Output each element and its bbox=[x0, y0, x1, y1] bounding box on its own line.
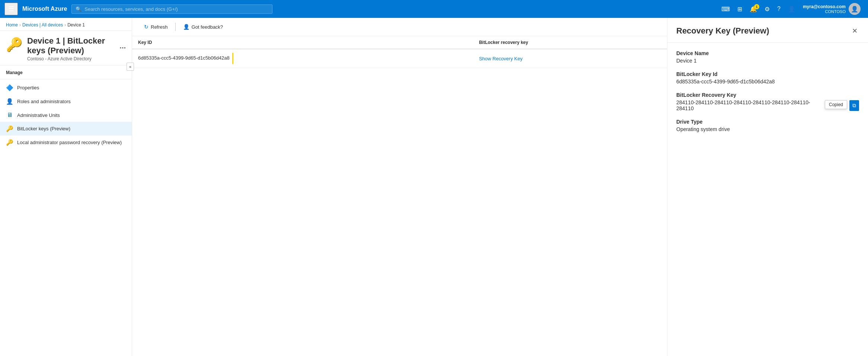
refresh-label: Refresh bbox=[151, 24, 168, 30]
properties-icon: 🔷 bbox=[6, 84, 13, 91]
refresh-icon: ↻ bbox=[144, 24, 149, 30]
bitlocker-key-id-value: 6d85335a-ccc5-4399-9d65-d1c5b06d42a8 bbox=[676, 79, 859, 85]
show-recovery-key-link[interactable]: Show Recovery Key bbox=[479, 56, 523, 61]
hamburger-menu[interactable]: ☰ bbox=[4, 3, 18, 15]
page-header: 🔑 Device 1 | BitLocker keys (Preview) ..… bbox=[0, 31, 132, 66]
keys-table: Key ID BitLocker recovery key 6d85335a-c… bbox=[132, 36, 667, 68]
brand-name: Microsoft Azure bbox=[22, 6, 67, 12]
feedback-btn[interactable]: 👤 bbox=[785, 3, 798, 15]
yellow-indicator bbox=[232, 53, 233, 64]
roles-icon: 👤 bbox=[6, 98, 13, 105]
toolbar-divider bbox=[175, 23, 176, 31]
user-org: CONTOSO bbox=[803, 9, 846, 14]
sidebar-collapse-btn[interactable]: « bbox=[127, 63, 132, 71]
key-id-value: 6d85335a-ccc5-4399-9d65-d1c5b06d42a8 bbox=[138, 55, 230, 61]
bitlocker-icon: 🔑 bbox=[6, 125, 13, 132]
user-menu[interactable]: myra@contoso.com CONTOSO 👤 bbox=[800, 3, 864, 15]
close-panel-button[interactable]: ✕ bbox=[851, 25, 859, 36]
avatar: 👤 bbox=[849, 3, 861, 15]
recovery-key-row: 284110-284110-284110-284110-284110-28411… bbox=[676, 99, 859, 111]
content-area: ↻ Refresh 👤 Got feedback? Key ID BitLock… bbox=[132, 18, 667, 356]
local-admin-icon: 🔑 bbox=[6, 139, 13, 146]
breadcrumb: Home › Devices | All devices › Device 1 bbox=[0, 18, 132, 31]
notification-badge: 1 bbox=[754, 4, 759, 9]
help-btn[interactable]: ? bbox=[774, 3, 784, 15]
sidebar-divider-top bbox=[0, 79, 132, 79]
bitlocker-key-id-label: BitLocker Key Id bbox=[676, 71, 859, 77]
top-navigation: ☰ Microsoft Azure 🔍 ⌨ ⊞ 🔔 1 ⚙ ? 👤 myra@c… bbox=[0, 0, 868, 18]
search-icon: 🔍 bbox=[76, 6, 82, 12]
column-key-id: Key ID bbox=[132, 36, 473, 49]
help-icon: ? bbox=[777, 6, 781, 12]
feedback-icon: 👤 bbox=[788, 6, 795, 13]
right-panel-content: Device Name Device 1 BitLocker Key Id 6d… bbox=[667, 43, 868, 147]
page-subtitle: Contoso - Azure Active Directory bbox=[27, 56, 126, 61]
sidebar-item-admin-units-label: Administrative Units bbox=[17, 112, 60, 118]
page-title-text: Device 1 | BitLocker keys (Preview) bbox=[27, 36, 117, 55]
main-layout: Home › Devices | All devices › Device 1 … bbox=[0, 18, 868, 356]
page-title-ellipsis[interactable]: ... bbox=[119, 42, 126, 50]
breadcrumb-home[interactable]: Home bbox=[6, 22, 18, 28]
sidebar-item-properties[interactable]: 🔷 Properties bbox=[0, 81, 132, 95]
sidebar-item-admin-units[interactable]: 🖥 Administrative Units bbox=[0, 108, 132, 122]
notifications-btn[interactable]: 🔔 1 bbox=[747, 3, 760, 15]
table-area: Key ID BitLocker recovery key 6d85335a-c… bbox=[132, 36, 667, 356]
bitlocker-recovery-key-value: 284110-284110-284110-284110-284110-28411… bbox=[676, 99, 822, 111]
terminal-icon-btn[interactable]: ⌨ bbox=[718, 3, 733, 15]
breadcrumb-current: Device 1 bbox=[67, 22, 85, 28]
feedback-button[interactable]: 👤 Got feedback? bbox=[179, 22, 228, 32]
feedback-btn-icon: 👤 bbox=[183, 24, 189, 30]
device-name-label: Device Name bbox=[676, 50, 859, 56]
drive-type-value: Operating system drive bbox=[676, 126, 859, 132]
directory-icon: ⊞ bbox=[737, 6, 742, 13]
sidebar-item-bitlocker[interactable]: 🔑 BitLocker keys (Preview) bbox=[0, 122, 132, 136]
left-panel: Home › Devices | All devices › Device 1 … bbox=[0, 18, 132, 356]
sidebar-item-roles-label: Roles and administrators bbox=[17, 99, 71, 104]
bitlocker-key-id-section: BitLocker Key Id 6d85335a-ccc5-4399-9d65… bbox=[676, 71, 859, 85]
admin-units-icon: 🖥 bbox=[6, 112, 13, 118]
right-panel-header: Recovery Key (Preview) ✕ bbox=[667, 18, 868, 43]
sidebar-item-roles[interactable]: 👤 Roles and administrators bbox=[0, 95, 132, 108]
toolbar: ↻ Refresh 👤 Got feedback? bbox=[132, 18, 667, 36]
copy-icon: ⧉ bbox=[852, 102, 856, 108]
drive-type-section: Drive Type Operating system drive bbox=[676, 119, 859, 132]
copy-key-button[interactable]: ⧉ bbox=[849, 100, 859, 111]
device-name-value: Device 1 bbox=[676, 58, 859, 64]
search-input[interactable] bbox=[84, 6, 268, 12]
recovery-key-panel: Recovery Key (Preview) ✕ Device Name Dev… bbox=[667, 18, 868, 356]
terminal-icon: ⌨ bbox=[721, 6, 730, 13]
bitlocker-recovery-key-section: BitLocker Recovery Key 284110-284110-284… bbox=[676, 92, 859, 111]
sidebar-item-local-admin[interactable]: 🔑 Local administrator password recovery … bbox=[0, 136, 132, 149]
drive-type-label: Drive Type bbox=[676, 119, 859, 125]
sidebar-manage-label: Manage bbox=[0, 66, 132, 77]
feedback-label: Got feedback? bbox=[192, 24, 223, 30]
settings-btn[interactable]: ⚙ bbox=[762, 3, 773, 15]
refresh-button[interactable]: ↻ Refresh bbox=[140, 22, 172, 32]
directory-icon-btn[interactable]: ⊞ bbox=[734, 3, 745, 15]
sidebar-item-bitlocker-label: BitLocker keys (Preview) bbox=[17, 126, 70, 131]
column-recovery-key: BitLocker recovery key bbox=[473, 36, 667, 49]
table-row: 6d85335a-ccc5-4399-9d65-d1c5b06d42a8 Sho… bbox=[132, 49, 667, 68]
gear-icon: ⚙ bbox=[765, 6, 770, 13]
nav-icons-group: ⌨ ⊞ 🔔 1 ⚙ ? 👤 myra@contoso.com CONTOSO 👤 bbox=[718, 3, 864, 15]
device-icon: 🔑 bbox=[6, 37, 23, 53]
bitlocker-recovery-key-label: BitLocker Recovery Key bbox=[676, 92, 859, 98]
breadcrumb-all-devices[interactable]: Devices | All devices bbox=[22, 22, 63, 28]
user-email: myra@contoso.com bbox=[803, 4, 846, 9]
right-panel-title: Recovery Key (Preview) bbox=[676, 26, 769, 36]
breadcrumb-sep-1: › bbox=[19, 22, 21, 28]
sidebar-item-local-admin-label: Local administrator password recovery (P… bbox=[17, 140, 122, 145]
device-name-section: Device Name Device 1 bbox=[676, 50, 859, 64]
search-bar[interactable]: 🔍 bbox=[71, 4, 272, 14]
copied-toast: Copied bbox=[825, 100, 847, 109]
sidebar-item-properties-label: Properties bbox=[17, 85, 39, 90]
breadcrumb-sep-2: › bbox=[64, 22, 66, 28]
